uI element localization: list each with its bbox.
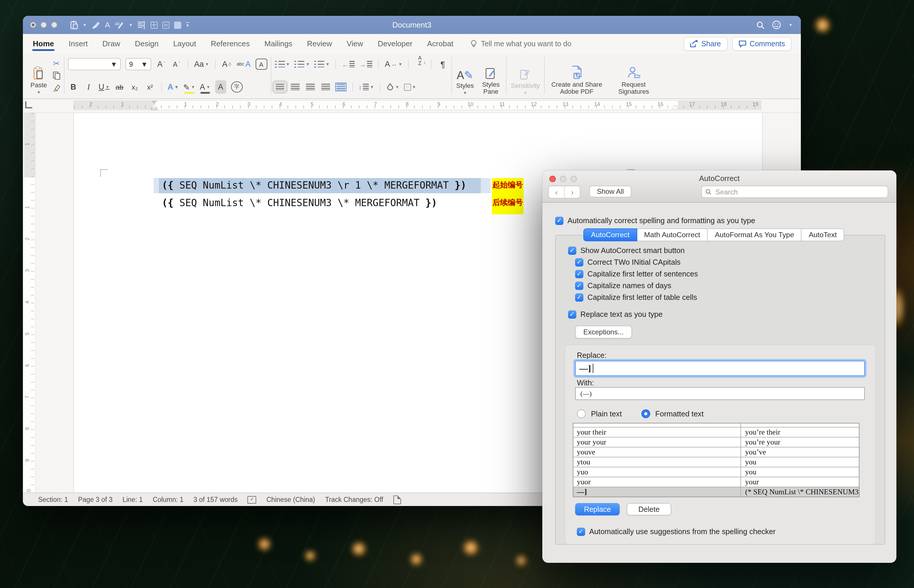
replacements-table[interactable]: your theiryou’re their your youryou’re y… — [573, 423, 859, 497]
clear-formatting-button[interactable]: A◊ — [221, 57, 232, 71]
search-icon[interactable] — [756, 20, 765, 29]
document-lines-icon[interactable] — [162, 21, 169, 28]
shading-button[interactable]: ▼ — [386, 80, 399, 94]
tab-design[interactable]: Design — [134, 35, 159, 52]
font-icon[interactable]: A — [105, 20, 110, 29]
search-input[interactable] — [715, 187, 884, 197]
paragraph-settings-icon[interactable] — [138, 20, 146, 29]
tab-review[interactable]: Review — [306, 35, 332, 52]
option-autocorrect-master[interactable]: Automatically correct spelling and forma… — [555, 216, 755, 225]
underline-button[interactable]: U ▼ — [99, 80, 109, 94]
table-row-partial[interactable] — [574, 423, 859, 427]
exceptions-button[interactable]: Exceptions... — [575, 326, 632, 339]
paste-button[interactable]: Paste ▼ — [28, 56, 50, 95]
tab-references[interactable]: References — [210, 35, 250, 52]
checkbox-checked[interactable] — [575, 270, 583, 278]
proofing-status-icon[interactable]: ✓ — [248, 496, 256, 503]
numbering-button[interactable]: ▼ — [295, 57, 310, 71]
checkbox-checked[interactable] — [575, 281, 583, 289]
status-column[interactable]: Column: 1 — [153, 496, 183, 503]
decrease-indent-button[interactable]: ← — [342, 57, 355, 71]
checkbox-checked[interactable] — [575, 258, 583, 266]
forward-button[interactable]: › — [564, 186, 580, 198]
table-grid-icon[interactable] — [151, 21, 157, 28]
option-capitalize-days[interactable]: Capitalize names of days — [575, 281, 671, 290]
checkbox-checked[interactable] — [577, 527, 585, 536]
zoom-window-button[interactable] — [51, 22, 57, 28]
tab-layout[interactable]: Layout — [173, 35, 197, 52]
tab-view[interactable]: View — [346, 35, 364, 52]
dialog-search-field[interactable] — [701, 186, 888, 198]
bullets-button[interactable]: ▼ — [275, 57, 290, 71]
line-spacing-button[interactable]: ↕▼ — [358, 80, 374, 94]
styles-button[interactable]: A✎ Styles ▼ — [454, 55, 477, 96]
copy-button[interactable] — [51, 69, 62, 82]
multilevel-list-button[interactable]: ▼ — [314, 57, 330, 71]
status-track-changes[interactable]: Track Changes: Off — [325, 496, 383, 503]
dialog-titlebar[interactable]: AutoCorrect ‹ › Show All — [542, 170, 896, 203]
focus-mode-icon[interactable] — [393, 495, 401, 504]
tell-me-box[interactable]: Tell me what you want to do — [471, 40, 572, 48]
format-painter-button[interactable] — [51, 82, 62, 94]
paste-dropdown-chevron[interactable]: ▼ — [83, 23, 87, 27]
table-row-selected[interactable]: —](* SEQ NumList \* CHINESENUM3 \r 1 \ — [574, 487, 859, 497]
customize-toolbar-chevron[interactable]: ▼ — [186, 22, 190, 27]
request-signatures-button[interactable]: Request Signatures — [608, 55, 660, 96]
increase-indent-button[interactable]: → — [360, 57, 373, 71]
borders-button[interactable]: ▼ — [404, 80, 416, 94]
cut-button[interactable]: ✂ — [51, 57, 62, 69]
option-capitalize-sentences[interactable]: Capitalize first letter of sentences — [575, 270, 698, 278]
highlighted-annotations[interactable]: 起始编号 后续编号 — [492, 178, 523, 214]
spelling-pen-icon[interactable]: ab — [115, 20, 124, 29]
font-color-button[interactable]: A ▼ — [200, 80, 211, 94]
tab-developer[interactable]: Developer — [377, 35, 413, 52]
tab-home[interactable]: Home — [32, 35, 55, 52]
option-replace-text-as-you-type[interactable]: Replace text as you type — [568, 310, 663, 318]
tab-stop-selector[interactable] — [25, 101, 32, 108]
grow-font-button[interactable]: Aˆ — [156, 57, 167, 71]
font-size-combo[interactable]: 9▼ — [125, 58, 151, 70]
tab-draw[interactable]: Draw — [102, 35, 121, 52]
align-center-button[interactable] — [290, 80, 300, 94]
formatted-text-radio[interactable] — [641, 409, 650, 418]
status-language[interactable]: Chinese (China) — [266, 496, 315, 503]
status-word-count[interactable]: 3 of 157 words — [193, 496, 238, 503]
right-indent-marker[interactable] — [672, 105, 678, 109]
dialog-tab-autocorrect[interactable]: AutoCorrect — [583, 228, 637, 241]
with-input[interactable]: (—) — [575, 387, 865, 400]
status-section[interactable]: Section: 1 — [38, 496, 68, 503]
tab-acrobat[interactable]: Acrobat — [426, 35, 454, 52]
first-line-indent-marker[interactable] — [151, 101, 157, 104]
font-name-combo[interactable]: ▼ — [68, 58, 121, 70]
sensitivity-button[interactable]: Sensitivity ▼ — [508, 55, 543, 96]
vertical-ruler[interactable]: 1 1 2 3 4 5 6 7 8 9 10 — [24, 113, 36, 498]
word-titlebar[interactable]: ▼ A ab ▼ ▼ Document3 — [23, 16, 801, 34]
table-row[interactable]: youveyou’ve — [574, 447, 859, 457]
option-two-initial-capitals[interactable]: Correct TWo INitial CApitals — [575, 258, 681, 267]
horizontal-ruler[interactable]: 2 1 1 2 3 4 5 6 7 8 9 10 11 12 13 14 15 … — [23, 99, 801, 113]
paste-icon[interactable] — [70, 20, 78, 29]
tab-mailings[interactable]: Mailings — [264, 35, 293, 52]
delete-button[interactable]: Delete — [627, 503, 671, 515]
checkbox-checked[interactable] — [555, 216, 563, 225]
bold-button[interactable]: B — [68, 80, 79, 94]
create-adobe-pdf-button[interactable]: Create and Share Adobe PDF — [546, 55, 608, 96]
table-row[interactable]: your youryou’re your — [574, 437, 859, 447]
comments-button[interactable]: Comments — [732, 37, 791, 51]
table-row[interactable]: yuoryour — [574, 477, 859, 487]
text-effects-button[interactable]: A ▼ — [168, 80, 178, 94]
checkbox-checked[interactable] — [575, 293, 583, 301]
table-row[interactable]: yuoyou — [574, 467, 859, 477]
left-indent-marker[interactable] — [151, 108, 157, 110]
format-painter-icon[interactable] — [91, 20, 100, 29]
option-spelling-suggestions[interactable]: Automatically use suggestions from the s… — [577, 527, 776, 536]
checkbox-checked[interactable] — [568, 246, 576, 254]
field-code-line-1[interactable]: ({ SEQ NumList \* CHINESENUM3 \r 1 \* ME… — [162, 178, 467, 193]
table-row[interactable]: ytouyou — [574, 457, 859, 467]
checkbox-checked[interactable] — [568, 310, 576, 318]
paste-chevron[interactable]: ▼ — [37, 90, 41, 95]
show-paragraph-marks-button[interactable]: ¶ — [438, 57, 448, 71]
dialog-tab-math-autocorrect[interactable]: Math AutoCorrect — [637, 228, 708, 241]
character-shading-button[interactable]: A — [215, 80, 226, 94]
plain-text-radio[interactable] — [577, 409, 586, 418]
